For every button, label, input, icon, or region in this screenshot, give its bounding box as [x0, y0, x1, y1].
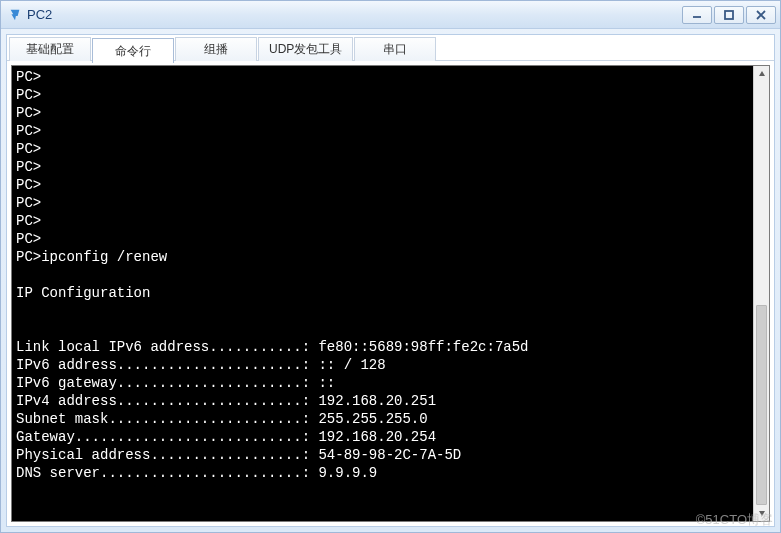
tab-multicast[interactable]: 组播	[175, 37, 257, 61]
tab-cli[interactable]: 命令行	[92, 38, 174, 63]
scrollbar-track[interactable]	[754, 82, 769, 505]
scrollbar-thumb[interactable]	[756, 305, 767, 505]
svg-marker-4	[759, 71, 765, 76]
window-title: PC2	[27, 7, 680, 22]
app-icon	[7, 7, 23, 23]
client-area: 基础配置 命令行 组播 UDP发包工具 串口 PC> PC> PC> PC> P…	[6, 34, 775, 527]
tab-bar: 基础配置 命令行 组播 UDP发包工具 串口	[7, 35, 774, 61]
svg-rect-1	[725, 11, 733, 19]
tab-udp-tool[interactable]: UDP发包工具	[258, 37, 353, 61]
titlebar: PC2	[1, 1, 780, 29]
window-controls	[680, 6, 776, 24]
app-window: PC2 基础配置 命令行 组播 UDP发包工具 串口 PC> PC> PC> P…	[0, 0, 781, 533]
terminal-output[interactable]: PC> PC> PC> PC> PC> PC> PC> PC> PC> PC> …	[12, 66, 753, 521]
scroll-up-button[interactable]	[754, 66, 769, 82]
minimize-button[interactable]	[682, 6, 712, 24]
terminal-panel: PC> PC> PC> PC> PC> PC> PC> PC> PC> PC> …	[11, 65, 770, 522]
tab-basic-config[interactable]: 基础配置	[9, 37, 91, 61]
close-button[interactable]	[746, 6, 776, 24]
maximize-button[interactable]	[714, 6, 744, 24]
terminal-scrollbar[interactable]	[753, 66, 769, 521]
scroll-down-button[interactable]	[754, 505, 769, 521]
svg-marker-5	[759, 511, 765, 516]
tab-serial[interactable]: 串口	[354, 37, 436, 61]
